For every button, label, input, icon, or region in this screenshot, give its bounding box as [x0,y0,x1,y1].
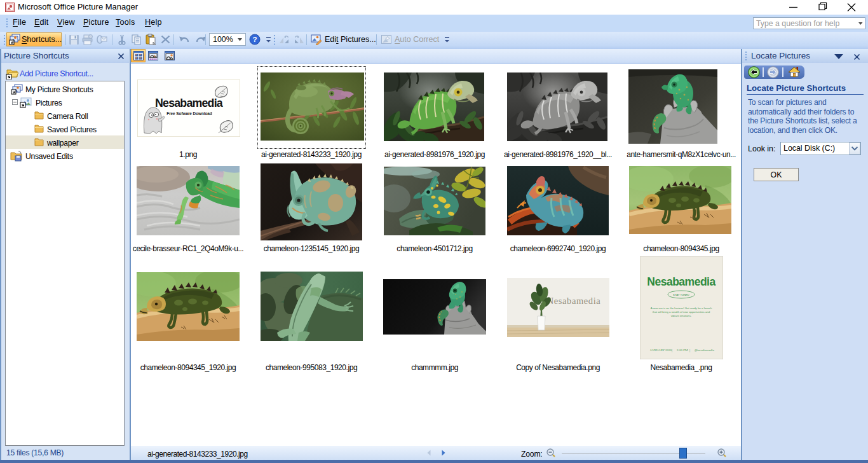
svg-text:STAY TUNED: STAY TUNED [673,293,689,296]
svg-text:Nesabamedia: Nesabamedia [647,275,715,288]
svg-text:?: ? [252,36,257,43]
svg-text:|: | [689,349,690,352]
svg-text:Nesabamedia: Nesabamedia [547,296,601,306]
svg-text:|: | [672,349,672,352]
svg-text:@nesabamedia: @nesabamedia [695,349,714,352]
svg-text:that will bring a wealth of ne: that will bring a wealth of new opportun… [653,310,710,314]
svg-text:Free Sofware Download: Free Sofware Download [166,111,212,116]
svg-text:A new era is on the horizon! G: A new era is on the horizon! Get ready f… [651,307,712,310]
svg-text:Nesabamedia: Nesabamedia [155,97,223,109]
svg-text:2:00 PM: 2:00 PM [677,349,688,352]
svg-text:JANUARY 2030: JANUARY 2030 [650,349,672,352]
svg-text:vibrant emotions.: vibrant emotions. [671,314,692,317]
